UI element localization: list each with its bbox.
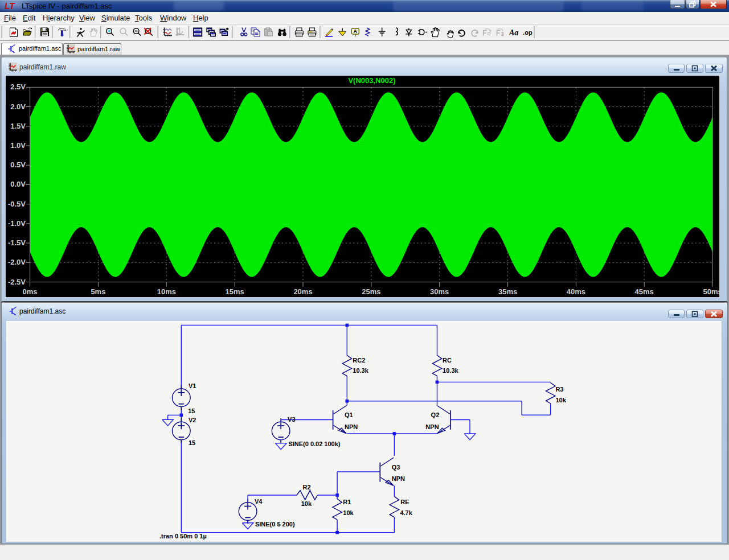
svg-text:A: A <box>354 28 358 34</box>
svg-text:V(N003,N002): V(N003,N002) <box>348 76 395 85</box>
svg-text:4.7k: 4.7k <box>400 509 412 516</box>
svg-text:10k: 10k <box>343 509 354 516</box>
svg-text:Q1: Q1 <box>345 411 353 418</box>
svg-text:35ms: 35ms <box>498 287 517 296</box>
svg-text:NPN: NPN <box>345 423 358 430</box>
svg-text:-1.0V: -1.0V <box>8 219 26 228</box>
svg-text:-1.5V: -1.5V <box>8 238 26 247</box>
svg-text:NPN: NPN <box>392 475 405 481</box>
svg-text:15: 15 <box>189 439 195 446</box>
svg-text:0.5V: 0.5V <box>10 160 26 169</box>
svg-text:-2.5V: -2.5V <box>8 278 26 286</box>
svg-text:2.0V: 2.0V <box>10 102 26 111</box>
svg-text:NPN: NPN <box>425 423 439 430</box>
svg-text:15: 15 <box>188 407 195 414</box>
svg-text:10.3k: 10.3k <box>443 367 458 374</box>
svg-text:10k: 10k <box>301 500 312 507</box>
svg-text:Q3: Q3 <box>392 464 400 471</box>
svg-text:5ms: 5ms <box>91 287 105 296</box>
svg-text:Q2: Q2 <box>431 411 440 418</box>
svg-text:-0.5V: -0.5V <box>8 200 26 208</box>
svg-text:V4: V4 <box>255 497 263 504</box>
svg-text:V2: V2 <box>189 416 196 423</box>
svg-text:-2.0V: -2.0V <box>8 258 26 266</box>
svg-text:R3: R3 <box>555 386 563 393</box>
svg-text:RE: RE <box>400 499 409 505</box>
svg-text:45ms: 45ms <box>635 287 654 296</box>
svg-text:50ms: 50ms <box>703 287 719 296</box>
svg-text:RC: RC <box>443 357 452 364</box>
svg-text:30ms: 30ms <box>430 287 449 296</box>
svg-text:V1: V1 <box>189 382 196 389</box>
svg-text:RC2: RC2 <box>353 357 365 364</box>
svg-text:R1: R1 <box>343 499 351 505</box>
svg-text:.tran 0 50m 0 1µ: .tran 0 50m 0 1µ <box>159 533 207 540</box>
svg-text:2.5V: 2.5V <box>10 83 26 91</box>
svg-text:LT: LT <box>4 1 16 11</box>
svg-text:0ms: 0ms <box>23 287 38 296</box>
svg-text:25ms: 25ms <box>362 287 380 296</box>
svg-text:SINE(0 0.02 100k): SINE(0 0.02 100k) <box>288 440 340 447</box>
svg-text:0.0V: 0.0V <box>10 180 26 188</box>
svg-text:15ms: 15ms <box>226 287 244 296</box>
svg-text:SINE(0 5 200): SINE(0 5 200) <box>255 520 295 527</box>
svg-text:V3: V3 <box>288 415 295 422</box>
svg-text:40ms: 40ms <box>567 287 585 296</box>
svg-text:20ms: 20ms <box>293 287 312 296</box>
svg-text:1.0V: 1.0V <box>10 141 26 150</box>
svg-text:R2: R2 <box>303 483 311 490</box>
svg-text:Aa: Aa <box>509 28 518 37</box>
svg-text:10ms: 10ms <box>157 287 176 296</box>
svg-text:.op: .op <box>523 29 533 36</box>
svg-text:10k: 10k <box>555 396 566 403</box>
svg-text:10.3k: 10.3k <box>353 367 368 374</box>
svg-text:1.5V: 1.5V <box>10 122 26 130</box>
